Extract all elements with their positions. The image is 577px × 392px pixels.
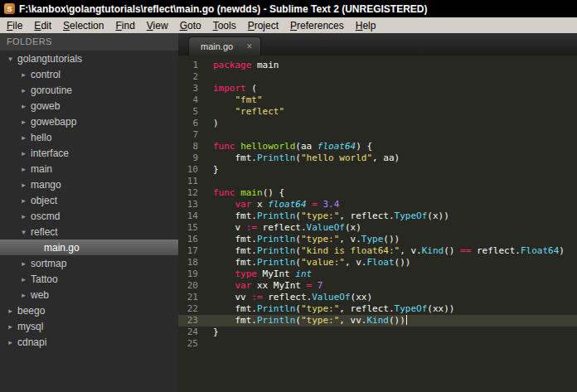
tab-main-go[interactable]: main.go × (188, 36, 261, 56)
code-line-8[interactable]: 8func helloworld(aa float64) { (178, 141, 577, 152)
line-number: 15 (178, 222, 205, 234)
editor-column: main.go × 1package main23import (4 "fmt"… (178, 33, 577, 392)
code-line-10[interactable]: 10} (178, 164, 577, 176)
expand-triangle-icon[interactable]: ▸ (5, 338, 16, 346)
tree-folder-control[interactable]: ▸control (0, 66, 178, 82)
code-line-2[interactable]: 2 (178, 71, 577, 83)
code-line-12[interactable]: 12func main() { (178, 187, 577, 199)
code-line-1[interactable]: 1package main (178, 60, 577, 71)
tree-folder-sortmap[interactable]: ▸sortmap (0, 255, 178, 271)
menu-preferences[interactable]: Preferences (284, 18, 350, 33)
code-line-17[interactable]: 17 fmt.Println("kind is float64:", v.Kin… (178, 245, 577, 257)
tree-item-label: reflect (29, 226, 58, 238)
tree-folder-main[interactable]: ▸main (0, 161, 178, 177)
main-content: FOLDERS ▾golangtutorials▸control▸gorouti… (0, 33, 577, 392)
collapse-triangle-icon[interactable]: ▾ (5, 55, 16, 63)
tree-folder-oscmd[interactable]: ▸oscmd (0, 208, 178, 224)
menu-tools[interactable]: Tools (207, 18, 242, 33)
collapse-triangle-icon[interactable]: ▾ (18, 228, 29, 236)
title-bar[interactable]: S F:\kanbox\golangtutorials\reflect\main… (0, 0, 577, 17)
tree-folder-Tattoo[interactable]: ▸Tattoo (0, 271, 178, 287)
code-line-22[interactable]: 22 fmt.Println("type:", reflect.TypeOf(x… (178, 303, 577, 315)
tree-item-label: object (29, 195, 57, 206)
tree-item-label: beego (16, 305, 45, 317)
menu-selection[interactable]: Selection (57, 18, 109, 33)
menu-project[interactable]: Project (242, 18, 284, 33)
code-text: fmt.Println("value:", v.Float()) (205, 257, 410, 269)
menu-goto[interactable]: Goto (174, 18, 207, 33)
menu-help[interactable]: Help (350, 18, 382, 33)
code-text: type MyInt int (205, 269, 312, 280)
code-line-19[interactable]: 19 type MyInt int (178, 269, 577, 280)
code-line-21[interactable]: 21 vv := reflect.ValueOf(xx) (178, 292, 577, 303)
tree-folder-mysql[interactable]: ▸mysql (0, 318, 178, 334)
tab-close-icon[interactable]: × (246, 41, 252, 51)
code-line-23[interactable]: 23 fmt.Println("type:", vv.Kind()) (178, 315, 577, 327)
tree-folder-goweb[interactable]: ▸goweb (0, 98, 178, 114)
code-line-6[interactable]: 6) (178, 118, 577, 129)
code-text: fmt.Println("kind is float64:", v.Kind()… (205, 245, 565, 257)
menu-view[interactable]: View (141, 18, 174, 33)
expand-triangle-icon[interactable]: ▸ (18, 212, 29, 220)
expand-triangle-icon[interactable]: ▸ (18, 165, 29, 173)
expand-triangle-icon[interactable]: ▸ (18, 149, 29, 157)
expand-triangle-icon[interactable]: ▸ (18, 118, 29, 126)
tree-folder-interface[interactable]: ▸interface (0, 145, 178, 161)
tree-folder-object[interactable]: ▸object (0, 192, 178, 208)
tree-folder-reflect[interactable]: ▾reflect (0, 224, 178, 240)
tab-bar: main.go × (178, 33, 577, 56)
tree-item-label: oscmd (29, 211, 60, 222)
expand-triangle-icon[interactable]: ▸ (5, 307, 16, 315)
tree-folder-hello[interactable]: ▸hello (0, 129, 178, 145)
expand-triangle-icon[interactable]: ▸ (18, 133, 29, 142)
expand-triangle-icon[interactable]: ▸ (18, 275, 29, 283)
tree-folder-mango[interactable]: ▸mango (0, 177, 178, 192)
expand-triangle-icon[interactable]: ▸ (18, 181, 29, 189)
line-number: 25 (178, 338, 205, 350)
expand-triangle-icon[interactable]: ▸ (18, 259, 29, 268)
tree-folder-beego[interactable]: ▸beego (0, 302, 178, 318)
tree-item-label: gowebapp (29, 116, 76, 128)
code-line-5[interactable]: 5 "reflect" (178, 106, 577, 118)
code-line-9[interactable]: 9 fmt.Println("hello world", aa) (178, 152, 577, 164)
code-line-11[interactable]: 11 (178, 176, 577, 187)
tree-folder-web[interactable]: ▸web (0, 287, 178, 302)
menu-edit[interactable]: Edit (28, 18, 57, 33)
tree-folder-gowebapp[interactable]: ▸gowebapp (0, 114, 178, 129)
tree-folder-cdnapi[interactable]: ▸cdnapi (0, 334, 178, 350)
expand-triangle-icon[interactable]: ▸ (18, 102, 29, 110)
line-number: 19 (178, 269, 205, 280)
expand-triangle-icon[interactable]: ▸ (5, 322, 16, 331)
code-line-4[interactable]: 4 "fmt" (178, 94, 577, 106)
tree-item-label: sortmap (29, 258, 66, 269)
code-line-7[interactable]: 7 (178, 129, 577, 141)
menu-find[interactable]: Find (109, 18, 140, 33)
tree-item-label: Tattoo (29, 273, 58, 285)
tree-item-label: main (29, 163, 52, 175)
window-title: F:\kanbox\golangtutorials\reflect\main.g… (19, 3, 428, 15)
code-text: var xx MyInt = 7 (205, 280, 322, 292)
code-line-16[interactable]: 16 fmt.Println("type:", v.Type()) (178, 234, 577, 245)
code-line-24[interactable]: 24} (178, 327, 577, 338)
tree-folder-golangtutorials[interactable]: ▾golangtutorials (0, 51, 178, 66)
expand-triangle-icon[interactable]: ▸ (18, 70, 29, 79)
tree-folder-goroutine[interactable]: ▸goroutine (0, 82, 178, 98)
expand-triangle-icon[interactable]: ▸ (18, 196, 29, 205)
line-number: 24 (178, 327, 205, 338)
expand-triangle-icon[interactable]: ▸ (18, 86, 29, 94)
line-number: 12 (178, 187, 205, 199)
code-line-25[interactable]: 25 (178, 338, 577, 350)
code-line-14[interactable]: 14 fmt.Println("type:", reflect.TypeOf(x… (178, 211, 577, 222)
tree-file-main.go[interactable]: main.go (0, 240, 178, 255)
menu-file[interactable]: File (1, 18, 28, 33)
code-line-18[interactable]: 18 fmt.Println("value:", v.Float()) (178, 257, 577, 269)
code-line-20[interactable]: 20 var xx MyInt = 7 (178, 280, 577, 292)
code-text: v := reflect.ValueOf(x) (205, 222, 361, 234)
expand-triangle-icon[interactable]: ▸ (18, 291, 29, 299)
code-line-3[interactable]: 3import ( (178, 83, 577, 94)
code-editor[interactable]: 1package main23import (4 "fmt"5 "reflect… (178, 56, 577, 392)
code-line-13[interactable]: 13 var x float64 = 3.4 (178, 199, 577, 211)
line-number: 8 (178, 141, 205, 152)
code-text: vv := reflect.ValueOf(xx) (205, 292, 372, 303)
code-line-15[interactable]: 15 v := reflect.ValueOf(x) (178, 222, 577, 234)
